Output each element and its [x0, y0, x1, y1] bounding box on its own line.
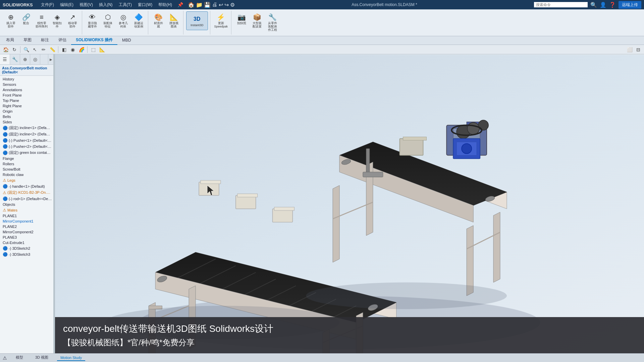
- tree-item[interactable]: 🔵(固定) incline<1> (Default<<: [0, 125, 53, 131]
- tree-item[interactable]: 🔵-) handle<1> (Default): [0, 183, 53, 189]
- tree-item-label: (固定) incline<2> (Default<<: [9, 132, 52, 137]
- section-view-button[interactable]: ◧: [60, 46, 68, 53]
- tab-layout[interactable]: 布局: [1, 36, 19, 45]
- panel-expand-button[interactable]: ▶: [48, 54, 53, 64]
- status-warning-icon[interactable]: ⚠: [3, 355, 7, 361]
- print-icon[interactable]: 🖨: [212, 2, 217, 8]
- material-appearance-button[interactable]: 🎨 材质外观: [151, 11, 166, 29]
- zoom-to-fit-button[interactable]: 🔍: [22, 46, 30, 53]
- status-tab-motion[interactable]: Motion Study: [57, 355, 85, 361]
- tab-mbd[interactable]: MBD: [117, 37, 136, 45]
- status-tab-model[interactable]: 模型: [12, 354, 26, 361]
- capture-button[interactable]: 📐 摆放视图表: [166, 11, 181, 29]
- from-part-button[interactable]: 🔧 从零件装配体作工程: [265, 11, 280, 33]
- user-icon[interactable]: 👤: [600, 2, 606, 8]
- tree-item[interactable]: Top Plane: [0, 98, 53, 103]
- show-hide-button[interactable]: 👁 显示隐藏零件: [85, 11, 100, 29]
- home-icon[interactable]: 🏠: [188, 2, 195, 8]
- tree-item[interactable]: 🔵-) 3DSketch3: [0, 251, 53, 257]
- split-view-button[interactable]: ⊟: [635, 46, 642, 53]
- options-icon[interactable]: ⚙: [230, 2, 235, 8]
- smart-fasteners-button[interactable]: ◈ 智能扣件: [50, 11, 64, 29]
- linear-pattern-button[interactable]: ≡ 线性零部件阵列: [34, 11, 49, 29]
- tree-item[interactable]: ⚠Legs: [0, 177, 53, 183]
- tree-item[interactable]: 🔵-) 3DSketch2: [0, 245, 53, 251]
- menu-help[interactable]: 帮助(H): [156, 1, 175, 8]
- tree-item[interactable]: Flange: [0, 156, 53, 161]
- speedpak-button[interactable]: ⚡ 更新Speedpak: [213, 11, 229, 29]
- panel-tab-tree[interactable]: ☰: [0, 54, 10, 64]
- menu-view[interactable]: 视图(V): [77, 1, 96, 8]
- search-icon[interactable]: 🔍: [590, 2, 597, 8]
- snapshot-button[interactable]: 📷 拍快照: [234, 11, 249, 33]
- display-button[interactable]: 📐: [98, 46, 106, 53]
- tree-item[interactable]: Front Plane: [0, 93, 53, 98]
- tree-item[interactable]: 🔵(-) rod<1> (Default<<Default: [0, 196, 53, 202]
- tree-item[interactable]: Belts: [0, 114, 53, 119]
- assembly-feature-button[interactable]: ⬡ 装配体特征: [100, 11, 115, 29]
- tree-item[interactable]: Robotic claw: [0, 172, 53, 177]
- reference-geometry-button[interactable]: ◎ 参考几何体: [116, 11, 130, 29]
- move-component-button[interactable]: ↗ 移动零部件: [65, 11, 80, 29]
- tab-dimension[interactable]: 标注: [36, 36, 54, 45]
- large-assembly-button[interactable]: 📦 大型装配设置: [250, 11, 264, 33]
- panel-tab-config[interactable]: 🔧: [10, 54, 20, 64]
- tree-item[interactable]: ⚠Mates: [0, 207, 53, 213]
- tree-item[interactable]: Annotations: [0, 87, 53, 93]
- tree-item[interactable]: MirrorComponent1: [0, 219, 53, 224]
- search-input[interactable]: [534, 2, 588, 7]
- panel-tab-appearances[interactable]: ◎: [30, 54, 40, 64]
- instant3d-button[interactable]: 3D Instant3D: [186, 11, 208, 30]
- dimension-button[interactable]: 📏: [49, 46, 56, 53]
- tree-item[interactable]: Right Plane: [0, 103, 53, 109]
- toolbar-toggle[interactable]: 📌: [175, 1, 185, 8]
- sketch-button[interactable]: ✏: [40, 46, 47, 53]
- tree-item[interactable]: Screw/Bolt: [0, 167, 53, 172]
- view-home-button[interactable]: 🏠: [2, 46, 9, 53]
- tree-item[interactable]: MirrorComponent2: [0, 229, 53, 235]
- status-tab-3dview[interactable]: 3D 视图: [32, 354, 52, 361]
- tree-item[interactable]: Origin: [0, 109, 53, 114]
- save-icon[interactable]: 💾: [204, 2, 211, 8]
- tree-item[interactable]: Sides: [0, 119, 53, 125]
- tree-item[interactable]: 🔵(-) Pusher<2> (Default<<De: [0, 143, 53, 149]
- tree-item[interactable]: 🔵(固定) green box container<: [0, 149, 53, 156]
- new-motion-button[interactable]: 🔷 新建运动算例: [131, 11, 146, 29]
- tab-sketch[interactable]: 草图: [19, 36, 36, 45]
- menu-window[interactable]: 窗口(W): [135, 1, 155, 8]
- tree-item[interactable]: History: [0, 76, 53, 82]
- tree-item[interactable]: 🔵(-) Pusher<1> (Default<<De: [0, 137, 53, 143]
- insert-component-button[interactable]: ⊕ 插入零部件: [3, 11, 18, 29]
- undo-icon[interactable]: ↩: [219, 2, 223, 8]
- panel-tab-display[interactable]: ⊕: [20, 54, 30, 64]
- folder-icon[interactable]: 📁: [196, 2, 203, 8]
- tree-item[interactable]: Sensors: [0, 82, 53, 87]
- tree-item[interactable]: ⚠(固定) KCD1-B2-3P-On.step<: [0, 189, 53, 196]
- cloud-upload-button[interactable]: 远端上传: [619, 1, 641, 9]
- menu-file[interactable]: 文件(F): [38, 1, 57, 8]
- tree-item[interactable]: Cut-Extrude1: [0, 240, 53, 245]
- tree-item[interactable]: PLANE1: [0, 213, 53, 219]
- help-icon[interactable]: ❓: [609, 2, 616, 8]
- menu-edit[interactable]: 编辑(E): [57, 1, 76, 8]
- rotate-button[interactable]: ↻: [11, 46, 18, 53]
- tree-item[interactable]: PLANE2: [0, 224, 53, 229]
- menu-insert[interactable]: 插入(N): [96, 1, 115, 8]
- smart-fasteners-label: 智能扣件: [53, 22, 62, 28]
- tab-solidworks-plugins[interactable]: SOLIDWORKS 插件: [71, 36, 117, 45]
- appearance-button[interactable]: 🌈: [78, 46, 85, 53]
- maximize-button[interactable]: ⬜: [626, 46, 633, 53]
- tree-item[interactable]: Objects: [0, 202, 53, 207]
- mate-button[interactable]: 🔗 配合: [19, 11, 34, 29]
- menu-tools[interactable]: 工具(T): [116, 1, 135, 8]
- tab-evaluate[interactable]: 评估: [54, 36, 71, 45]
- select-button[interactable]: ↖: [31, 46, 39, 53]
- display-style-button[interactable]: ◉: [69, 46, 76, 53]
- tree-item[interactable]: 🔵(固定) incline<2> (Default<<: [0, 131, 53, 137]
- tree-item-label: Legs: [7, 178, 15, 182]
- redo-icon[interactable]: ↪: [224, 2, 229, 8]
- tree-item[interactable]: PLANE3: [0, 235, 53, 240]
- view-orientation-button[interactable]: ⬚: [90, 46, 97, 53]
- tree-item[interactable]: Rollers: [0, 161, 53, 167]
- 3d-viewport[interactable]: conveyor-belt传送带输送机3D图纸 Solidworks设计 【骏骏…: [55, 54, 644, 353]
